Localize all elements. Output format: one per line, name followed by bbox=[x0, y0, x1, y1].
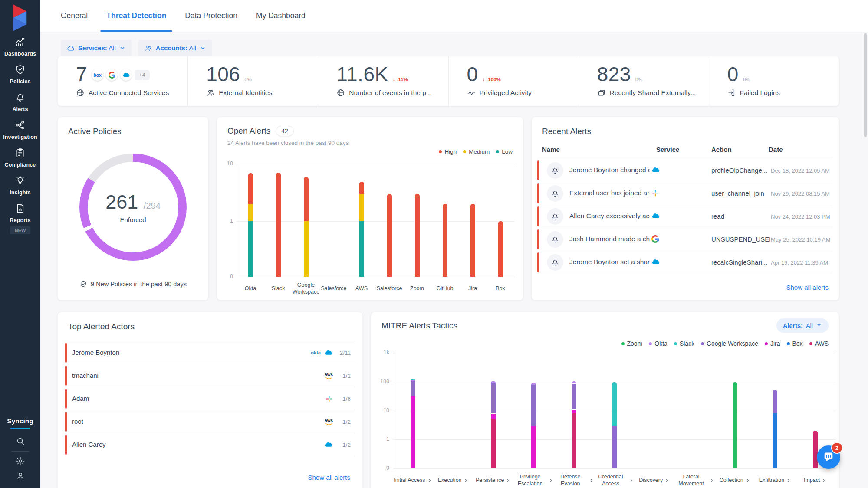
stats-card: 7box+4Active Connected Services1060%Exte… bbox=[58, 56, 839, 106]
chevron-right-icon bbox=[710, 478, 715, 483]
x-label-defense-evasion[interactable]: Defense Evasion bbox=[554, 472, 594, 488]
recent-alerts-card: Recent Alerts NameServiceActionDate Jero… bbox=[532, 117, 839, 300]
actors-show-all-link[interactable]: Show all alerts bbox=[308, 474, 350, 481]
segment-okta bbox=[531, 383, 536, 384]
sidebar-item-policies[interactable]: Policies bbox=[0, 64, 40, 85]
x-label-privilege-escalation[interactable]: Privilege Escalation bbox=[513, 472, 554, 488]
chevron-right-icon bbox=[629, 478, 634, 483]
chat-launcher[interactable]: 2 bbox=[817, 445, 840, 469]
stat-active-connected-services: 7box+4Active Connected Services bbox=[58, 56, 187, 106]
stat-recently-shared-externally: 8230%Recently Shared Externally... bbox=[579, 56, 709, 106]
stat-label-text: External Identities bbox=[219, 89, 272, 97]
x-label-persistence[interactable]: Persistence bbox=[473, 472, 513, 488]
alert-row[interactable]: Josh Hammond made a chan...UNSUSPEND_USE… bbox=[537, 228, 833, 251]
x-label-discovery[interactable]: Discovery bbox=[634, 472, 674, 488]
chevron-right-icon bbox=[427, 478, 432, 483]
stat-label-text: Active Connected Services bbox=[89, 89, 169, 97]
segment-high bbox=[470, 204, 475, 277]
page-scrollbar[interactable] bbox=[864, 33, 867, 137]
actor-row[interactable]: rootaws1/2 bbox=[65, 410, 355, 433]
segment-okta bbox=[572, 381, 576, 383]
chat-unread-badge: 2 bbox=[831, 442, 843, 454]
legend-medium[interactable]: Medium bbox=[463, 148, 490, 155]
open-alerts-title: Open Alerts bbox=[227, 126, 270, 136]
shield-check-icon bbox=[79, 280, 87, 288]
services-filter[interactable]: Services: All bbox=[61, 40, 132, 56]
google-icon bbox=[108, 72, 115, 79]
x-label-credential-access[interactable]: Credential Access bbox=[594, 472, 635, 488]
sidebar-item-insights[interactable]: Insights bbox=[0, 175, 40, 196]
tab-my-dashboard[interactable]: My Dashboard bbox=[256, 0, 306, 32]
recent-show-all-link[interactable]: Show all alerts bbox=[786, 284, 829, 291]
more-services-chip[interactable]: +4 bbox=[135, 70, 150, 80]
search-icon[interactable] bbox=[0, 436, 40, 446]
profile-icon[interactable] bbox=[0, 471, 40, 481]
mitre-alerts-filter[interactable]: Alerts:All bbox=[776, 318, 829, 333]
box-icon: box bbox=[92, 69, 103, 81]
alert-date: Nov 29, 2022 08:15 AM bbox=[771, 190, 830, 197]
x-label-initial-access[interactable]: Initial Access bbox=[393, 472, 433, 488]
segment-zoom bbox=[733, 382, 737, 468]
enforced-count: 261 bbox=[105, 191, 138, 213]
legend-aws[interactable]: AWS bbox=[809, 340, 829, 347]
x-label-okta: Okta bbox=[237, 280, 264, 298]
compliance-icon bbox=[15, 147, 26, 160]
alert-row[interactable]: Allen Carey excessively acces...readNov … bbox=[537, 205, 833, 228]
segment-aws bbox=[491, 419, 496, 468]
legend-dot bbox=[787, 342, 790, 345]
sidebar-item-dashboards[interactable]: Dashboards bbox=[0, 36, 40, 57]
stat-value: 0 bbox=[727, 65, 739, 83]
tab-threat-detection[interactable]: Threat Detection bbox=[106, 0, 166, 32]
legend-slack[interactable]: Slack bbox=[674, 340, 694, 347]
tab-general[interactable]: General bbox=[61, 0, 88, 32]
alert-row[interactable]: Jerome Boynton changed obj...profileOlpC… bbox=[537, 159, 833, 182]
stat-trend: 0% bbox=[635, 77, 643, 83]
actor-name: tmachani bbox=[72, 372, 99, 379]
alert-row[interactable]: External user has joined an in...user_ch… bbox=[537, 182, 833, 205]
gear-icon[interactable] bbox=[0, 456, 40, 466]
sidebar-item-alerts[interactable]: Alerts bbox=[0, 92, 40, 112]
column-header-name: Name bbox=[542, 146, 560, 153]
sidebar-item-reports[interactable]: ReportsNEW bbox=[0, 203, 40, 234]
segment-jira bbox=[491, 414, 496, 419]
segment-low bbox=[359, 221, 364, 277]
actor-row[interactable]: tmachaniaws1/2 bbox=[65, 364, 355, 387]
segment-jira bbox=[572, 410, 576, 413]
legend-high[interactable]: High bbox=[439, 148, 457, 155]
bar-execution bbox=[433, 353, 473, 468]
segment-google-workspace bbox=[612, 426, 617, 468]
x-label-execution[interactable]: Execution bbox=[433, 472, 473, 488]
legend-jira[interactable]: Jira bbox=[765, 340, 780, 347]
tab-data-protection[interactable]: Data Protection bbox=[185, 0, 237, 32]
sidebar-item-compliance[interactable]: Compliance bbox=[0, 147, 40, 168]
accounts-filter[interactable]: Accounts: All bbox=[138, 40, 212, 56]
brand-logo[interactable] bbox=[8, 3, 32, 29]
sidebar-item-label: Policies bbox=[10, 79, 30, 85]
alert-row[interactable]: Jerome Boynton set a sharing...recalcSin… bbox=[537, 251, 833, 274]
users-icon bbox=[145, 44, 152, 52]
legend-zoom[interactable]: Zoom bbox=[621, 340, 643, 347]
sidebar-nav: DashboardsPoliciesAlertsInvestigationCom… bbox=[0, 36, 40, 234]
legend-low[interactable]: Low bbox=[496, 148, 513, 155]
x-label-salesforce: Salesforce bbox=[320, 280, 348, 298]
sidebar-item-investigation[interactable]: Investigation bbox=[0, 120, 40, 140]
segment-high bbox=[304, 177, 309, 221]
x-label-impact[interactable]: Impact bbox=[795, 472, 835, 488]
actor-row[interactable]: Adam1/6 bbox=[65, 387, 355, 410]
actor-row[interactable]: Allen Carey1/2 bbox=[65, 433, 355, 456]
x-label-lateral-movement[interactable]: Lateral Movement bbox=[674, 472, 715, 488]
alert-bell-icon bbox=[547, 231, 563, 248]
actor-alert-count: 2/11 bbox=[337, 350, 351, 356]
stat-number-of-events-in-the-p: 11.6K↓ -11%Number of events in the p... bbox=[318, 56, 448, 106]
legend-box[interactable]: Box bbox=[787, 340, 803, 347]
x-label-exfiltration[interactable]: Exfiltration bbox=[755, 472, 796, 488]
salesforce-icon bbox=[651, 166, 660, 174]
x-label-collection[interactable]: Collection bbox=[715, 472, 755, 488]
slack-icon bbox=[651, 189, 659, 197]
legend-okta[interactable]: Okta bbox=[649, 340, 667, 347]
stat-label-text: Recently Shared Externally... bbox=[610, 89, 696, 97]
actor-row[interactable]: Jerome Boyntonokta2/11 bbox=[65, 341, 355, 364]
legend-google-workspace[interactable]: Google Workspace bbox=[701, 340, 758, 347]
sidebar-item-syncing[interactable]: Syncing bbox=[0, 417, 40, 429]
alert-date: Dec 18, 2022 12:05 AM bbox=[771, 167, 830, 174]
